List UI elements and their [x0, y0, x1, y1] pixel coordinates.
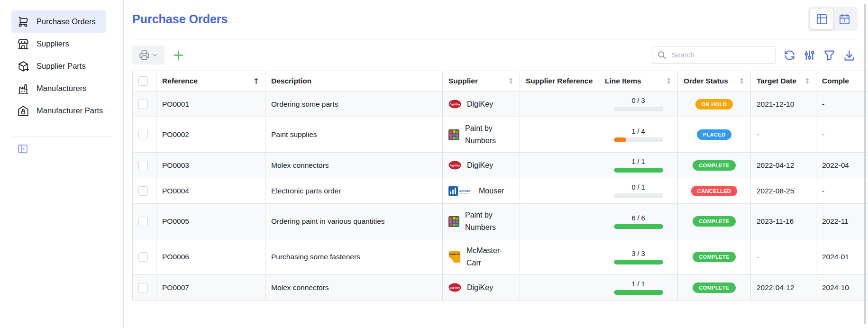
cell-supplier: Digi-KeyDigiKey — [443, 91, 520, 117]
progress-fill — [614, 137, 626, 142]
cell-description: Electronic parts order — [265, 178, 443, 204]
column-header-line_items[interactable]: Line Items↕ — [599, 71, 678, 91]
table-header-row: Reference↑DescriptionSupplier↕Supplier R… — [133, 71, 868, 91]
column-header-description[interactable]: Description — [265, 71, 443, 91]
column-header-target_date[interactable]: Target Date↕ — [751, 71, 816, 91]
refresh-button[interactable] — [783, 49, 796, 62]
table-row[interactable]: PO0004Electronic parts orderMOUSERELECTR… — [133, 178, 868, 204]
row-checkbox[interactable] — [138, 161, 148, 170]
column-header-supplier_reference[interactable]: Supplier Reference — [520, 71, 599, 91]
cell-supplier: Paint by Numbers — [443, 117, 520, 153]
row-checkbox[interactable] — [138, 252, 148, 262]
sidebar-item-purchase-orders[interactable]: Purchase Orders — [11, 10, 106, 33]
cell-supplier-reference — [520, 204, 599, 239]
cell-reference: PO0005 — [156, 204, 265, 239]
column-label: Reference — [162, 77, 198, 85]
cell-target-date: 2023-11-16 — [751, 204, 816, 239]
cell-order-status: CANCELLED — [678, 178, 751, 204]
supplier-name: McMaster-Carr — [466, 245, 510, 269]
column-label: Supplier — [448, 77, 478, 85]
vertical-scrollbar[interactable] — [864, 4, 866, 324]
line-items-progress-bar — [614, 224, 663, 229]
cell-order-status: COMPLETE — [678, 153, 751, 178]
sidebar-item-manufacturers[interactable]: Manufacturers — [11, 77, 106, 100]
sidebar-item-manufacturer-parts[interactable]: Manufacturer Parts — [11, 100, 106, 122]
line-items-progress-bar — [614, 107, 663, 111]
add-order-button[interactable] — [172, 48, 185, 62]
sort-toggle-icon: ↕ — [804, 77, 810, 85]
column-header-order_status[interactable]: Order Status↕ — [678, 71, 751, 91]
sort-toggle-icon: ↕ — [739, 77, 745, 85]
cell-select — [133, 178, 156, 204]
sidebar-collapse-button[interactable] — [17, 143, 28, 155]
table-row[interactable]: PO0007Molex connectorsDigi-KeyDigiKey1 /… — [133, 275, 868, 301]
column-header-completion_date[interactable]: Comple — [816, 71, 868, 91]
search-input[interactable] — [671, 51, 771, 59]
purchase-orders-table-wrap: Reference↑DescriptionSupplier↕Supplier R… — [132, 71, 868, 301]
column-label: Line Items — [605, 77, 641, 85]
column-header-supplier[interactable]: Supplier↕ — [443, 71, 520, 91]
row-checkbox[interactable] — [138, 283, 148, 292]
sidebar-item-label: Manufacturer Parts — [37, 106, 103, 115]
supplier-name: Paint by Numbers — [465, 209, 509, 234]
table-view-button[interactable] — [810, 9, 833, 29]
line-items-count: 0 / 3 — [614, 97, 663, 104]
sidebar-item-label: Manufacturers — [37, 84, 86, 93]
row-checkbox[interactable] — [138, 100, 148, 109]
cell-select — [133, 275, 156, 301]
storefront-icon — [17, 38, 29, 50]
row-checkbox[interactable] — [138, 217, 148, 226]
row-checkbox[interactable] — [138, 186, 148, 196]
filter-icon — [823, 49, 836, 62]
sidebar-item-label: Suppliers — [37, 39, 69, 48]
cell-line-items: 3 / 3 — [599, 239, 678, 275]
line-items-progress-bar — [614, 290, 663, 295]
cell-supplier-reference — [520, 91, 599, 117]
column-header-reference[interactable]: Reference↑ — [156, 71, 265, 91]
download-button[interactable] — [843, 49, 856, 62]
cell-target-date: - — [751, 239, 816, 275]
sidebar-item-supplier-parts[interactable]: Supplier Parts — [11, 55, 106, 77]
row-checkbox[interactable] — [138, 130, 148, 139]
cell-line-items: 0 / 3 — [599, 91, 678, 117]
cell-reference: PO0002 — [156, 117, 265, 153]
cell-description: Paint supplies — [265, 117, 443, 153]
cell-supplier: Digi-KeyDigiKey — [443, 275, 520, 301]
svg-text:Digi-Key: Digi-Key — [450, 286, 461, 289]
warehouse-lock-icon — [17, 105, 29, 117]
column-label: Comple — [822, 77, 849, 85]
cell-completion-date: 2022-04 — [816, 153, 868, 178]
cell-select — [133, 204, 156, 239]
select-all-checkbox[interactable] — [138, 76, 148, 86]
sidebar: Purchase OrdersSuppliersSupplier PartsMa… — [0, 0, 124, 328]
table-row[interactable]: PO0001Ordering some partsDigi-KeyDigiKey… — [133, 91, 868, 117]
cell-description: Ordering paint in various quantities — [265, 204, 443, 239]
toolbar — [124, 39, 868, 71]
calendar-view-button[interactable]: 1 — [833, 9, 856, 29]
table-row[interactable]: PO0002Paint suppliesPaint by Numbers1 / … — [133, 117, 868, 153]
column-label: Order Status — [684, 77, 728, 85]
adjustments-icon — [803, 49, 816, 62]
print-button[interactable] — [132, 46, 164, 64]
sort-toggle-icon: ↕ — [666, 77, 672, 85]
table-row[interactable]: PO0003Molex connectorsDigi-KeyDigiKey1 /… — [133, 153, 868, 178]
cell-description: Purchasing some fasteners — [265, 239, 443, 275]
table-row[interactable]: PO0006Purchasing some fastenersMcMASTERM… — [133, 239, 868, 275]
cell-description: Molex connectors — [265, 153, 443, 178]
column-label: Target Date — [757, 77, 796, 85]
digikey-logo: Digi-Key — [448, 161, 461, 170]
column-settings-button[interactable] — [803, 49, 816, 62]
progress-fill — [614, 290, 663, 295]
cell-target-date: - — [751, 117, 816, 153]
sidebar-item-suppliers[interactable]: Suppliers — [11, 33, 106, 55]
search-box — [652, 46, 776, 64]
filter-button[interactable] — [823, 49, 836, 62]
cell-completion-date: - — [816, 117, 868, 153]
table-row[interactable]: PO0005Ordering paint in various quantiti… — [133, 204, 868, 239]
table-view-icon — [815, 13, 828, 26]
sidebar-item-label: Supplier Parts — [37, 62, 86, 71]
cell-target-date: 2022-04-12 — [751, 275, 816, 301]
svg-text:Digi-Key: Digi-Key — [450, 103, 461, 106]
status-badge: COMPLETE — [693, 160, 735, 171]
cell-completion-date: 2024-10 — [816, 275, 868, 301]
